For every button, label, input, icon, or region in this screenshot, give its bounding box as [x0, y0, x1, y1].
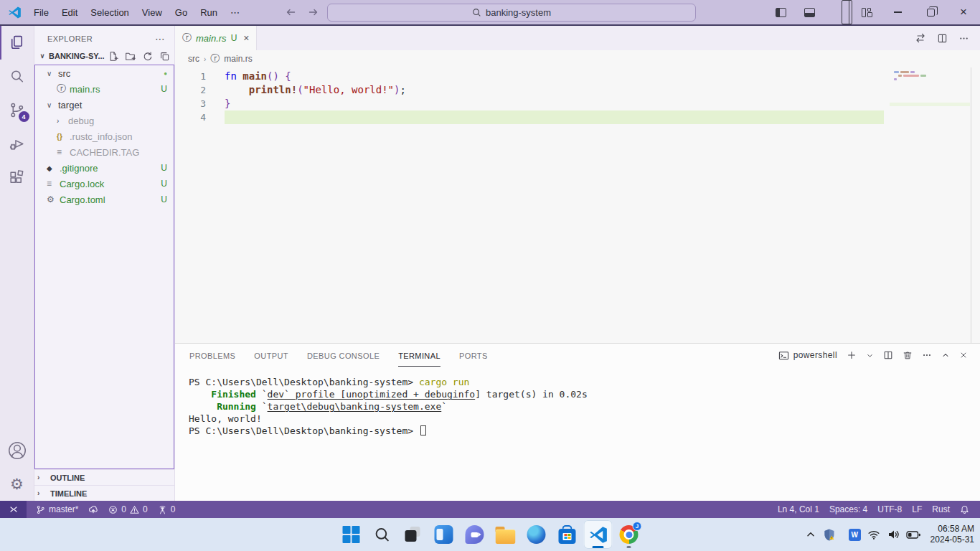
- task-view-icon[interactable]: [399, 520, 428, 549]
- panel-more-icon[interactable]: [922, 350, 932, 360]
- sidebar-header: EXPLORER ⋯: [34, 26, 174, 47]
- go-forward-icon[interactable]: [308, 6, 319, 18]
- tab-close-icon[interactable]: ×: [243, 32, 249, 44]
- chat-icon[interactable]: [461, 520, 489, 549]
- panel-tab-debug-console[interactable]: DEBUG CONSOLE: [307, 344, 380, 367]
- tree-item-target[interactable]: ∨target: [35, 97, 174, 113]
- compare-changes-icon[interactable]: [915, 32, 926, 44]
- volume-icon[interactable]: [887, 528, 900, 541]
- maximize-panel-icon[interactable]: [941, 351, 950, 359]
- timeline-section[interactable]: › TIMELINE: [34, 485, 174, 501]
- eol-sequence[interactable]: LF: [907, 501, 927, 518]
- refresh-icon[interactable]: [142, 51, 153, 62]
- menu-go[interactable]: Go: [169, 4, 194, 21]
- search-sidebar-icon[interactable]: [0, 60, 34, 93]
- code-editor[interactable]: 1fn main() {2 println!("Hello, world!");…: [175, 67, 980, 343]
- problems-indicator[interactable]: 0 0: [103, 501, 152, 518]
- customize-layout-icon[interactable]: [852, 0, 881, 24]
- kill-terminal-icon[interactable]: [903, 350, 913, 360]
- notifications-bell-icon[interactable]: [955, 501, 974, 518]
- minimize-button[interactable]: [881, 0, 914, 24]
- explorer-icon[interactable]: [0, 26, 34, 60]
- breadcrumb[interactable]: src › ⓡ main.rs: [175, 50, 980, 67]
- indentation[interactable]: Spaces: 4: [824, 501, 872, 518]
- menu-selection[interactable]: Selection: [84, 4, 135, 21]
- w-app-icon[interactable]: W: [849, 529, 861, 541]
- security-shield-icon[interactable]: [823, 528, 836, 541]
- terminal-output[interactable]: PS C:\Users\Dell\Desktop\banking-system>…: [175, 367, 980, 501]
- menu-run[interactable]: Run: [194, 4, 224, 21]
- run-debug-icon[interactable]: [0, 127, 34, 161]
- source-control-icon[interactable]: 4: [0, 93, 34, 127]
- minimap[interactable]: [890, 71, 970, 343]
- tray-clock[interactable]: 06:58 AM 2024-05-31: [930, 524, 974, 545]
- microsoft-store-icon[interactable]: [553, 520, 582, 549]
- edge-icon[interactable]: [522, 520, 551, 549]
- toggle-panel-icon[interactable]: [795, 0, 824, 24]
- tray-chevron-up-icon[interactable]: [805, 529, 816, 540]
- tree-item-gitignore[interactable]: ◆.gitignoreU: [35, 160, 174, 176]
- new-folder-icon[interactable]: [125, 51, 136, 62]
- ports-indicator[interactable]: 0: [153, 501, 181, 518]
- split-editor-icon[interactable]: [937, 33, 948, 44]
- tree-item-rustc-info-json[interactable]: {}.rustc_info.json: [35, 128, 174, 144]
- file-explorer-icon[interactable]: [491, 520, 520, 549]
- tab-main-rs[interactable]: ⓡ main.rs U ×: [175, 26, 257, 50]
- close-panel-icon[interactable]: [959, 351, 968, 359]
- panel-tab-bar: PROBLEMSOUTPUTDEBUG CONSOLETERMINALPORTS…: [175, 344, 980, 367]
- command-center-search[interactable]: banking-system: [327, 4, 696, 22]
- toggle-secondary-sidebar-icon[interactable]: [824, 0, 852, 24]
- views-more-icon[interactable]: ⋯: [155, 33, 166, 44]
- extensions-icon[interactable]: [0, 161, 34, 194]
- code-line-1[interactable]: 1fn main() {: [175, 70, 884, 83]
- language-mode[interactable]: Rust: [927, 501, 955, 518]
- code-line-3[interactable]: 3}: [175, 97, 884, 110]
- restore-button[interactable]: [914, 0, 947, 24]
- panel-tab-problems[interactable]: PROBLEMS: [189, 344, 235, 367]
- menu-file[interactable]: File: [27, 4, 55, 21]
- sync-changes-button[interactable]: [83, 501, 103, 518]
- menu-edit[interactable]: Edit: [55, 4, 84, 21]
- menu-view[interactable]: View: [136, 4, 169, 21]
- breadcrumb-file[interactable]: main.rs: [224, 54, 252, 64]
- taskbar-search-icon[interactable]: [368, 520, 397, 549]
- tree-item-cargo-lock[interactable]: ≡Cargo.lockU: [35, 176, 174, 192]
- account-icon[interactable]: [0, 433, 34, 467]
- cursor-position[interactable]: Ln 4, Col 1: [773, 501, 824, 518]
- vscode-taskbar-icon[interactable]: [584, 520, 613, 549]
- panel-tab-output[interactable]: OUTPUT: [254, 344, 288, 367]
- go-back-icon[interactable]: [285, 6, 296, 18]
- editor-more-icon[interactable]: [958, 33, 969, 44]
- encoding[interactable]: UTF-8: [872, 501, 907, 518]
- code-line-4[interactable]: 4: [175, 110, 884, 124]
- tree-item-src[interactable]: ∨src●: [35, 65, 174, 81]
- tree-item-cargo-toml[interactable]: ⚙Cargo.tomlU: [35, 192, 174, 207]
- toggle-primary-sidebar-icon[interactable]: [766, 0, 795, 24]
- panel-tab-ports[interactable]: PORTS: [459, 344, 488, 367]
- tree-item-cachedir-tag[interactable]: ≡CACHEDIR.TAG: [35, 144, 174, 160]
- tree-item-main-rs[interactable]: ⓡmain.rsU: [35, 81, 174, 97]
- tree-item-debug[interactable]: ›debug: [35, 113, 174, 128]
- settings-gear-icon[interactable]: ⚙: [0, 467, 34, 501]
- panel-tab-terminal[interactable]: TERMINAL: [398, 344, 440, 367]
- branch-indicator[interactable]: master*: [31, 501, 83, 518]
- close-button[interactable]: ×: [947, 0, 980, 24]
- outline-section[interactable]: › OUTLINE: [34, 469, 174, 485]
- collapse-folders-icon[interactable]: [159, 51, 170, 62]
- terminal-profile[interactable]: powershell: [778, 350, 837, 361]
- battery-icon[interactable]: [906, 530, 921, 540]
- new-terminal-icon[interactable]: [847, 350, 857, 360]
- new-file-icon[interactable]: [108, 51, 118, 62]
- start-button[interactable]: [337, 520, 366, 549]
- widgets-icon[interactable]: [430, 520, 458, 549]
- breadcrumb-folder[interactable]: src: [188, 54, 199, 64]
- code-line-2[interactable]: 2 println!("Hello, world!");: [175, 83, 884, 97]
- list-file-icon: ≡: [47, 179, 60, 189]
- wifi-icon[interactable]: [867, 528, 880, 541]
- menu-more[interactable]: ⋯: [224, 4, 246, 21]
- remote-indicator[interactable]: [0, 501, 27, 518]
- workspace-section-header[interactable]: ∨ BANKING-SY...: [34, 47, 174, 65]
- chrome-taskbar-icon[interactable]: J: [615, 520, 644, 549]
- terminal-dropdown-icon[interactable]: [866, 352, 874, 359]
- split-terminal-icon[interactable]: [883, 350, 893, 360]
